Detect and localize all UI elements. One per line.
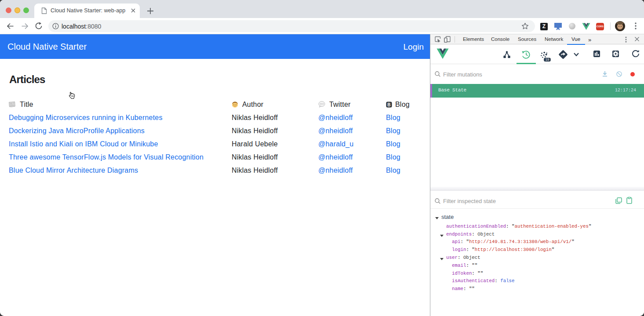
svg-text:B: B bbox=[387, 102, 390, 107]
svg-text:19: 19 bbox=[546, 58, 549, 62]
